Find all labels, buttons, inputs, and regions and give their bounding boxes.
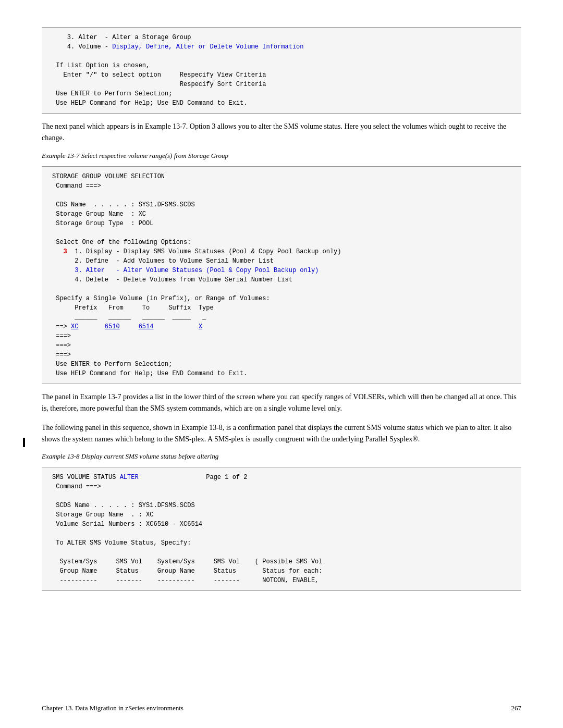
prose-1: The next panel which appears is in Examp… bbox=[42, 121, 521, 144]
prose-2: The panel in Example 13-7 provides a lis… bbox=[42, 391, 521, 415]
option-3-indicator: 3 bbox=[64, 248, 67, 255]
footer-chapter: Chapter 13. Data Migration in zSeries en… bbox=[42, 704, 183, 712]
caption-1: Example 13-7 Select respective volume ra… bbox=[42, 152, 521, 160]
first-code-block: 3. Alter - Alter a Storage Group 4. Volu… bbox=[42, 27, 521, 114]
prose-3: The following panel in this sequence, sh… bbox=[42, 422, 521, 446]
caption-2: Example 13-8 Display current SMS volume … bbox=[42, 452, 521, 461]
third-code-block: SMS VOLUME STATUS ALTER Page 1 of 2 Comm… bbox=[42, 467, 521, 591]
to-field: 6514 bbox=[139, 323, 154, 330]
footer-page: 267 bbox=[511, 704, 522, 712]
page-footer: Chapter 13. Data Migration in zSeries en… bbox=[0, 704, 563, 712]
alter-label: ALTER bbox=[120, 474, 139, 481]
left-bar-indicator bbox=[23, 438, 25, 447]
from-field: 6510 bbox=[105, 323, 120, 330]
prefix-field: XC bbox=[71, 323, 78, 330]
second-code-block: STORAGE GROUP VOLUME SELECTION Command =… bbox=[42, 166, 521, 384]
code-blue-text: Display, Define, Alter or Delete Volume … bbox=[112, 43, 303, 51]
type-field: X bbox=[199, 323, 202, 330]
alter-option-text: 3. Alter - Alter Volume Statuses (Pool &… bbox=[75, 267, 319, 274]
